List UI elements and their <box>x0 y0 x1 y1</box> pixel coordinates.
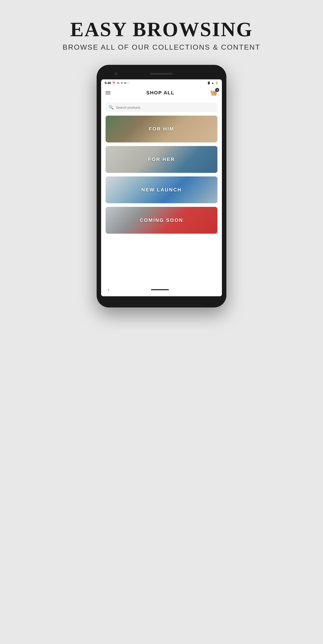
category-new-launch[interactable]: NEW LAUNCH <box>106 176 218 203</box>
hamburger-line-2 <box>106 92 110 93</box>
search-container: 🔍 <box>101 99 222 116</box>
vibrate-icon: 📳 <box>207 82 210 84</box>
status-left: 5:40 📅 31 ✳ M • <box>105 81 128 85</box>
phone-bottom-nav: ‹ <box>101 283 222 296</box>
category-coming-label: COMING SOON <box>140 217 183 223</box>
dot-indicator: • <box>128 82 128 84</box>
status-bar: 5:40 📅 31 ✳ M • 📳 ▲ 🔋 <box>101 80 222 86</box>
hamburger-line-1 <box>106 91 110 92</box>
page-subtitle: BROWSE ALL OF OUR COLLECTIONS & CONTENT <box>63 43 260 52</box>
phone-speaker <box>150 73 173 75</box>
category-her-label: FOR HER <box>148 156 175 162</box>
empty-space <box>101 238 222 283</box>
status-right: 📳 ▲ 🔋 <box>207 82 218 84</box>
status-time: 5:40 <box>105 81 111 85</box>
hamburger-line-3 <box>106 94 110 94</box>
menu-button[interactable] <box>106 91 110 94</box>
search-icon: 🔍 <box>109 105 114 110</box>
cart-badge: 3 <box>215 88 219 92</box>
category-for-him[interactable]: FOR HIM <box>106 116 218 142</box>
categories-list: FOR HIM FOR HER NEW LAUNCH COMING SOON <box>101 116 222 238</box>
home-indicator[interactable] <box>151 289 169 290</box>
phone-frame: 5:40 📅 31 ✳ M • 📳 ▲ 🔋 SHOP ALL 🧺 <box>97 65 226 308</box>
page-title: EASY BROWSING <box>63 18 260 41</box>
wifi-icon: ▲ <box>212 82 214 84</box>
category-new-label: NEW LAUNCH <box>141 187 182 193</box>
category-him-label: FOR HIM <box>149 126 174 132</box>
page-header: EASY BROWSING BROWSE ALL OF OUR COLLECTI… <box>63 18 260 52</box>
category-for-her[interactable]: FOR HER <box>106 146 218 173</box>
search-input[interactable] <box>116 106 214 109</box>
phone-screen: 5:40 📅 31 ✳ M • 📳 ▲ 🔋 SHOP ALL 🧺 <box>101 80 222 296</box>
app-title: SHOP ALL <box>146 90 174 96</box>
calendar-icon-1: 📅 <box>112 82 116 84</box>
cart-button[interactable]: 🧺 3 <box>210 89 218 96</box>
category-coming-soon[interactable]: COMING SOON <box>106 207 218 234</box>
phone-chin <box>101 296 222 303</box>
calendar-icon-2: 31 <box>117 82 120 84</box>
search-box[interactable]: 🔍 <box>106 103 218 112</box>
phone-camera <box>114 72 118 75</box>
back-button[interactable]: ‹ <box>108 287 110 292</box>
app-header: SHOP ALL 🧺 3 <box>101 86 222 99</box>
battery-icon: 🔋 <box>215 82 218 84</box>
connectivity-icon: ✳ <box>121 82 123 84</box>
mail-icon: M <box>124 82 126 84</box>
phone-top-bar <box>101 69 222 78</box>
